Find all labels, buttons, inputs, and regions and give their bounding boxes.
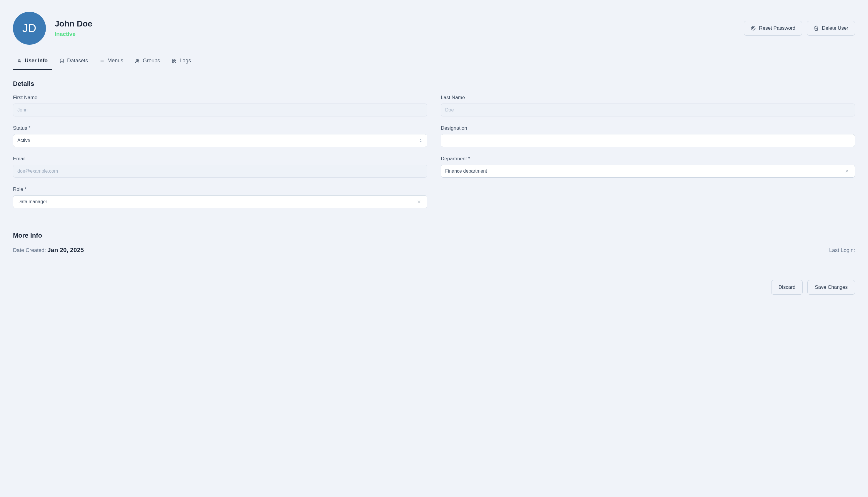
- tabs: User Info Datasets Menus Groups Logs: [13, 58, 855, 70]
- email-input: [17, 165, 423, 178]
- last-name-label: Last Name: [441, 95, 855, 101]
- lock-icon: [751, 26, 756, 31]
- svg-rect-15: [176, 62, 176, 63]
- status-select[interactable]: Active: [13, 134, 427, 147]
- designation-label: Designation: [441, 125, 855, 131]
- field-designation: Designation: [441, 125, 855, 147]
- trash-icon: [814, 26, 819, 31]
- field-last-name: Last Name: [441, 95, 855, 116]
- email-input-wrap: [13, 165, 427, 178]
- delete-user-button[interactable]: Delete User: [807, 21, 855, 36]
- department-select[interactable]: Finance department: [441, 165, 855, 178]
- reset-password-label: Reset Password: [759, 25, 795, 31]
- name-block: John Doe Inactive: [55, 19, 93, 37]
- save-changes-button[interactable]: Save Changes: [807, 280, 855, 295]
- designation-input-wrap[interactable]: [441, 134, 855, 147]
- more-info-row: Date Created: Jan 20, 2025 Last Login:: [13, 246, 855, 254]
- field-department: Department * Finance department: [441, 156, 855, 178]
- department-value: Finance department: [445, 169, 487, 174]
- tab-groups[interactable]: Groups: [131, 58, 164, 70]
- role-select[interactable]: Data manager: [13, 195, 427, 208]
- last-name-input: [445, 104, 851, 116]
- svg-point-9: [136, 59, 137, 60]
- chevrons-up-down-icon: [419, 139, 423, 143]
- reset-password-button[interactable]: Reset Password: [744, 21, 802, 36]
- field-first-name: First Name: [13, 95, 427, 116]
- discard-button[interactable]: Discard: [771, 280, 803, 295]
- status-label: Status *: [13, 125, 427, 131]
- delete-user-label: Delete User: [822, 25, 848, 31]
- user-name: John Doe: [55, 19, 93, 29]
- user-icon: [17, 58, 22, 63]
- field-email: Email: [13, 156, 427, 178]
- svg-point-0: [752, 26, 756, 30]
- avatar: JD: [13, 12, 46, 45]
- section-moreinfo-heading: More Info: [13, 232, 855, 239]
- date-created-value: Jan 20, 2025: [47, 246, 84, 253]
- user-status: Inactive: [55, 31, 93, 37]
- close-icon[interactable]: [417, 200, 421, 204]
- field-role: Role * Data manager: [13, 186, 427, 208]
- department-label: Department *: [441, 156, 855, 162]
- svg-rect-11: [172, 59, 174, 60]
- menu-icon: [100, 58, 104, 63]
- svg-point-4: [18, 59, 20, 60]
- svg-point-1: [752, 27, 754, 29]
- tab-menus[interactable]: Menus: [96, 58, 127, 70]
- first-name-input-wrap: [13, 103, 427, 116]
- more-info-section: More Info Date Created: Jan 20, 2025 Las…: [13, 232, 855, 254]
- svg-rect-13: [172, 61, 174, 63]
- page-header: JD John Doe Inactive Reset Password Dele…: [13, 12, 855, 45]
- svg-point-10: [138, 59, 139, 60]
- footer-actions: Discard Save Changes: [13, 280, 855, 295]
- svg-rect-12: [174, 59, 176, 60]
- email-label: Email: [13, 156, 427, 162]
- avatar-initials: JD: [22, 22, 37, 35]
- section-details-heading: Details: [13, 80, 855, 88]
- qr-icon: [172, 58, 177, 63]
- header-actions: Reset Password Delete User: [744, 21, 855, 36]
- first-name-label: First Name: [13, 95, 427, 101]
- tab-label: User Info: [25, 58, 48, 64]
- status-value: Active: [17, 138, 30, 143]
- role-label: Role *: [13, 186, 427, 192]
- users-icon: [135, 58, 140, 63]
- close-icon[interactable]: [845, 169, 849, 173]
- header-identity: JD John Doe Inactive: [13, 12, 93, 45]
- first-name-input: [17, 104, 423, 116]
- tab-user-info[interactable]: User Info: [13, 58, 52, 70]
- role-value: Data manager: [17, 199, 47, 204]
- tab-label: Menus: [108, 58, 123, 64]
- field-status: Status * Active: [13, 125, 427, 147]
- designation-input[interactable]: [445, 134, 851, 147]
- last-login: Last Login:: [829, 246, 855, 254]
- date-created-label: Date Created:: [13, 247, 47, 253]
- svg-rect-14: [174, 61, 175, 62]
- last-login-label: Last Login:: [829, 247, 855, 253]
- date-created: Date Created: Jan 20, 2025: [13, 246, 84, 254]
- tab-logs[interactable]: Logs: [168, 58, 195, 70]
- tab-label: Groups: [143, 58, 160, 64]
- database-icon: [59, 58, 64, 63]
- last-name-input-wrap: [441, 103, 855, 116]
- tab-datasets[interactable]: Datasets: [55, 58, 92, 70]
- tab-label: Logs: [180, 58, 191, 64]
- tab-label: Datasets: [67, 58, 88, 64]
- form-grid: First Name Last Name Status * Active Des…: [13, 95, 855, 208]
- svg-point-5: [60, 59, 64, 60]
